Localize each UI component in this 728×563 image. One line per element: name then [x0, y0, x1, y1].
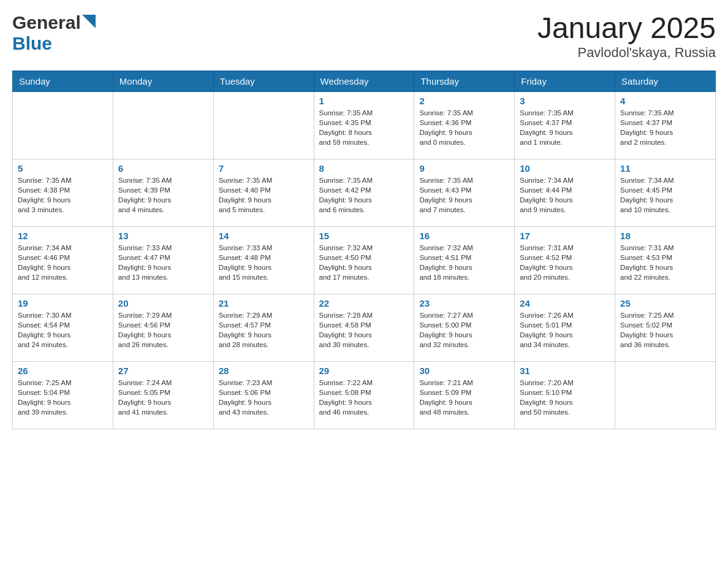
calendar-day-cell: 10Sunrise: 7:34 AM Sunset: 4:44 PM Dayli…	[515, 159, 615, 226]
day-number: 24	[520, 298, 610, 308]
calendar-day-cell: 23Sunrise: 7:27 AM Sunset: 5:00 PM Dayli…	[414, 294, 515, 361]
page-title: January 2025	[537, 12, 716, 45]
calendar-day-cell: 18Sunrise: 7:31 AM Sunset: 4:53 PM Dayli…	[615, 226, 716, 294]
day-info: Sunrise: 7:23 AM Sunset: 5:06 PM Dayligh…	[219, 378, 309, 417]
calendar-day-cell	[13, 91, 113, 159]
day-number: 12	[18, 231, 108, 241]
calendar-day-cell: 20Sunrise: 7:29 AM Sunset: 4:56 PM Dayli…	[113, 294, 213, 361]
calendar-day-cell: 12Sunrise: 7:34 AM Sunset: 4:46 PM Dayli…	[13, 226, 113, 294]
calendar-day-cell: 19Sunrise: 7:30 AM Sunset: 4:54 PM Dayli…	[13, 294, 113, 361]
day-info: Sunrise: 7:35 AM Sunset: 4:36 PM Dayligh…	[419, 108, 509, 147]
day-info: Sunrise: 7:35 AM Sunset: 4:38 PM Dayligh…	[18, 175, 108, 215]
day-info: Sunrise: 7:32 AM Sunset: 4:51 PM Dayligh…	[419, 243, 509, 282]
day-number: 15	[319, 231, 409, 241]
day-info: Sunrise: 7:31 AM Sunset: 4:52 PM Dayligh…	[520, 243, 610, 282]
day-number: 23	[419, 298, 509, 308]
day-info: Sunrise: 7:35 AM Sunset: 4:37 PM Dayligh…	[620, 108, 710, 147]
day-info: Sunrise: 7:33 AM Sunset: 4:48 PM Dayligh…	[219, 243, 309, 282]
day-info: Sunrise: 7:33 AM Sunset: 4:47 PM Dayligh…	[118, 243, 208, 282]
calendar-day-cell: 13Sunrise: 7:33 AM Sunset: 4:47 PM Dayli…	[113, 226, 213, 294]
calendar-day-cell: 22Sunrise: 7:28 AM Sunset: 4:58 PM Dayli…	[314, 294, 414, 361]
day-number: 21	[219, 298, 309, 308]
day-number: 30	[419, 366, 509, 376]
calendar-day-cell: 30Sunrise: 7:21 AM Sunset: 5:09 PM Dayli…	[414, 361, 515, 429]
calendar-day-cell: 14Sunrise: 7:33 AM Sunset: 4:48 PM Dayli…	[213, 226, 314, 294]
calendar-day-cell: 9Sunrise: 7:35 AM Sunset: 4:43 PM Daylig…	[414, 159, 515, 226]
calendar-week-row: 26Sunrise: 7:25 AM Sunset: 5:04 PM Dayli…	[13, 361, 716, 429]
logo-triangle-icon	[82, 15, 96, 31]
calendar-week-row: 19Sunrise: 7:30 AM Sunset: 4:54 PM Dayli…	[13, 294, 716, 361]
day-number: 14	[219, 231, 309, 241]
day-number: 18	[620, 231, 710, 241]
day-number: 27	[118, 366, 208, 376]
calendar-day-cell: 16Sunrise: 7:32 AM Sunset: 4:51 PM Dayli…	[414, 226, 515, 294]
logo-general-text: General	[12, 12, 81, 33]
day-info: Sunrise: 7:20 AM Sunset: 5:10 PM Dayligh…	[520, 378, 610, 417]
day-info: Sunrise: 7:24 AM Sunset: 5:05 PM Dayligh…	[118, 378, 208, 417]
day-number: 28	[219, 366, 309, 376]
calendar-day-header: Tuesday	[213, 71, 314, 91]
calendar-day-cell: 1Sunrise: 7:35 AM Sunset: 4:35 PM Daylig…	[314, 91, 414, 159]
day-info: Sunrise: 7:35 AM Sunset: 4:43 PM Dayligh…	[419, 175, 509, 215]
day-info: Sunrise: 7:28 AM Sunset: 4:58 PM Dayligh…	[319, 310, 409, 350]
day-number: 2	[419, 96, 509, 106]
day-info: Sunrise: 7:25 AM Sunset: 5:02 PM Dayligh…	[620, 310, 710, 350]
day-number: 13	[118, 231, 208, 241]
day-number: 26	[18, 366, 108, 376]
day-number: 8	[319, 163, 409, 174]
calendar-day-cell: 7Sunrise: 7:35 AM Sunset: 4:40 PM Daylig…	[213, 159, 314, 226]
calendar-day-cell	[615, 361, 716, 429]
day-number: 19	[18, 298, 108, 308]
calendar-day-cell: 28Sunrise: 7:23 AM Sunset: 5:06 PM Dayli…	[213, 361, 314, 429]
day-info: Sunrise: 7:35 AM Sunset: 4:37 PM Dayligh…	[520, 108, 610, 147]
day-number: 6	[118, 163, 208, 174]
calendar-day-cell: 11Sunrise: 7:34 AM Sunset: 4:45 PM Dayli…	[615, 159, 716, 226]
page-subtitle: Pavlodol'skaya, Russia	[537, 45, 716, 61]
calendar-day-cell: 15Sunrise: 7:32 AM Sunset: 4:50 PM Dayli…	[314, 226, 414, 294]
calendar-day-cell: 26Sunrise: 7:25 AM Sunset: 5:04 PM Dayli…	[13, 361, 113, 429]
calendar-table: SundayMondayTuesdayWednesdayThursdayFrid…	[12, 71, 716, 429]
day-info: Sunrise: 7:29 AM Sunset: 4:57 PM Dayligh…	[219, 310, 309, 350]
day-info: Sunrise: 7:35 AM Sunset: 4:40 PM Dayligh…	[219, 175, 309, 215]
calendar-day-cell: 17Sunrise: 7:31 AM Sunset: 4:52 PM Dayli…	[515, 226, 615, 294]
calendar-week-row: 5Sunrise: 7:35 AM Sunset: 4:38 PM Daylig…	[13, 159, 716, 226]
day-number: 3	[520, 96, 610, 106]
day-info: Sunrise: 7:29 AM Sunset: 4:56 PM Dayligh…	[118, 310, 208, 350]
day-info: Sunrise: 7:35 AM Sunset: 4:35 PM Dayligh…	[319, 108, 409, 147]
calendar-day-header: Sunday	[13, 71, 113, 91]
page-header: General Blue January 2025 Pavlodol'skaya…	[12, 12, 716, 61]
day-info: Sunrise: 7:35 AM Sunset: 4:42 PM Dayligh…	[319, 175, 409, 215]
calendar-day-cell: 29Sunrise: 7:22 AM Sunset: 5:08 PM Dayli…	[314, 361, 414, 429]
day-number: 29	[319, 366, 409, 376]
calendar-day-cell: 24Sunrise: 7:26 AM Sunset: 5:01 PM Dayli…	[515, 294, 615, 361]
day-number: 4	[620, 96, 710, 106]
calendar-day-cell: 8Sunrise: 7:35 AM Sunset: 4:42 PM Daylig…	[314, 159, 414, 226]
day-number: 11	[620, 163, 710, 174]
day-info: Sunrise: 7:34 AM Sunset: 4:46 PM Dayligh…	[18, 243, 108, 282]
day-info: Sunrise: 7:34 AM Sunset: 4:45 PM Dayligh…	[620, 175, 710, 215]
day-info: Sunrise: 7:30 AM Sunset: 4:54 PM Dayligh…	[18, 310, 108, 350]
day-number: 1	[319, 96, 409, 106]
logo: General Blue	[12, 12, 96, 54]
day-info: Sunrise: 7:21 AM Sunset: 5:09 PM Dayligh…	[419, 378, 509, 417]
day-number: 5	[18, 163, 108, 174]
calendar-day-cell: 2Sunrise: 7:35 AM Sunset: 4:36 PM Daylig…	[414, 91, 515, 159]
calendar-day-cell: 27Sunrise: 7:24 AM Sunset: 5:05 PM Dayli…	[113, 361, 213, 429]
calendar-day-cell	[213, 91, 314, 159]
day-info: Sunrise: 7:22 AM Sunset: 5:08 PM Dayligh…	[319, 378, 409, 417]
svg-marker-0	[82, 15, 96, 28]
day-number: 7	[219, 163, 309, 174]
calendar-day-header: Friday	[515, 71, 615, 91]
logo-blue-text: Blue	[12, 33, 52, 53]
calendar-day-header: Saturday	[615, 71, 716, 91]
calendar-day-cell: 4Sunrise: 7:35 AM Sunset: 4:37 PM Daylig…	[615, 91, 716, 159]
calendar-week-row: 1Sunrise: 7:35 AM Sunset: 4:35 PM Daylig…	[13, 91, 716, 159]
day-info: Sunrise: 7:26 AM Sunset: 5:01 PM Dayligh…	[520, 310, 610, 350]
calendar-week-row: 12Sunrise: 7:34 AM Sunset: 4:46 PM Dayli…	[13, 226, 716, 294]
title-section: January 2025 Pavlodol'skaya, Russia	[537, 12, 716, 61]
day-number: 17	[520, 231, 610, 241]
calendar-day-cell: 5Sunrise: 7:35 AM Sunset: 4:38 PM Daylig…	[13, 159, 113, 226]
day-number: 25	[620, 298, 710, 308]
day-info: Sunrise: 7:27 AM Sunset: 5:00 PM Dayligh…	[419, 310, 509, 350]
day-info: Sunrise: 7:34 AM Sunset: 4:44 PM Dayligh…	[520, 175, 610, 215]
